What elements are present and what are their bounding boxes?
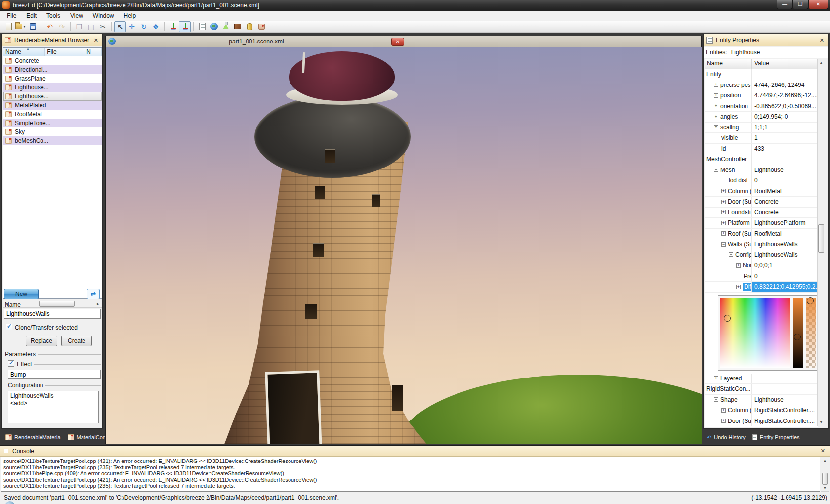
property-row[interactable]: Pre...0 [705,271,818,282]
save-button[interactable] [27,21,39,32]
property-row[interactable]: −Config 0LighthouseWalls [705,250,818,261]
expand-toggle[interactable]: + [721,408,726,413]
local-axes-button[interactable] [179,21,191,32]
rotate-tool-button[interactable]: ↻ [138,21,150,32]
world-axes-button[interactable] [167,21,179,32]
property-value-cell[interactable]: RoofMetal [752,186,818,197]
property-value-cell[interactable]: Lighthouse [752,165,818,175]
value-slider[interactable] [793,298,803,368]
column-file[interactable]: File [45,48,84,56]
close-icon[interactable]: ✕ [93,37,99,43]
expand-toggle[interactable]: + [714,104,718,108]
tab-undo-history[interactable]: ↶Undo History [707,434,746,441]
configuration-list[interactable]: LighthouseWalls<add> [8,391,99,423]
material-row[interactable]: RoofMetal [3,110,102,119]
select-tool-button[interactable]: ↖ [114,21,126,32]
value-marker[interactable] [794,334,801,340]
3d-viewport[interactable] [106,47,702,444]
effect-checkbox[interactable] [8,360,14,367]
property-row[interactable]: +orientation-0.865622;0;-0.50069... [705,101,818,112]
property-row[interactable]: +Column (...RigidStaticController.... [705,405,818,416]
create-button[interactable]: Create [61,336,92,346]
paste-button[interactable]: ▤ [85,21,97,32]
menu-window[interactable]: Window [88,11,119,21]
property-value-cell[interactable]: 0 [752,175,818,186]
menu-file[interactable]: File [2,11,21,21]
property-value-cell[interactable]: Lighthouse [752,395,818,405]
scroll-up-icon[interactable]: ▲ [818,59,825,66]
expand-toggle[interactable]: + [714,125,718,129]
expand-toggle[interactable]: + [721,221,726,225]
column-value[interactable]: Value [752,59,818,69]
property-row[interactable]: +Nor...0;0;0;1 [705,260,818,271]
material-brick-button[interactable] [232,21,244,32]
material-row[interactable]: MetalPlated [3,101,102,110]
property-row[interactable]: MeshController [705,154,818,165]
property-row[interactable]: −MeshLighthouse [705,165,818,176]
clone-transfer-button[interactable]: ⇄ [87,289,100,299]
tab-renderablemateria[interactable]: RenderableMateria [5,434,61,440]
undo-button[interactable]: ↶ [44,21,56,32]
material-row[interactable]: beMeshCo... [3,136,102,145]
property-row[interactable]: id433 [705,144,818,155]
property-value-cell[interactable]: 0 [752,271,818,282]
scrollbar-thumb[interactable] [822,473,828,485]
property-value-cell[interactable]: LighthouseWalls [752,239,818,250]
property-row[interactable]: −Walls (Su...LighthouseWalls [705,239,818,250]
property-value-cell[interactable]: Concrete [752,208,818,218]
material-row[interactable]: SimpleTone... [3,119,102,127]
material-row[interactable]: Directional... [3,65,102,74]
expand-toggle[interactable]: + [721,231,726,236]
material-row[interactable]: Lighthouse... [3,92,102,101]
property-value-cell[interactable]: RigidStaticController.... [752,405,818,416]
property-value-cell[interactable] [752,374,818,384]
scroll-down-icon[interactable]: ▼ [818,419,825,426]
effect-input[interactable] [8,370,101,379]
material-row[interactable]: Concrete [3,56,102,65]
expand-toggle[interactable]: + [721,210,726,214]
property-value-cell[interactable]: 4744;-2646;-12494 [752,80,818,90]
cut-button[interactable]: ✂ [97,21,109,32]
property-row[interactable]: +angles0;149.954;-0 [705,112,818,123]
property-value-cell[interactable] [752,154,818,165]
expand-toggle[interactable]: + [736,285,741,289]
restore-button[interactable]: ❐ [792,0,808,9]
property-value-cell[interactable]: 0.832212;0.412955;0.2... [752,282,818,292]
column-n[interactable]: N [84,48,102,56]
copy-button[interactable]: ❐ [73,21,85,32]
property-row[interactable]: +Foundati...Concrete [705,208,818,218]
material-row[interactable]: Lighthouse... [3,83,102,92]
property-value-cell[interactable]: 1 [752,133,818,143]
column-name[interactable]: Name ▲ [3,48,45,56]
property-row[interactable]: −ShapeLighthouse [705,395,818,406]
close-button[interactable]: ✕ [808,0,828,9]
property-value-cell[interactable]: LighthouseWalls [752,250,818,260]
expand-toggle[interactable]: + [714,93,718,98]
property-value-cell[interactable]: 4.74497;-2.64696;-12.... [752,90,818,101]
expand-toggle[interactable]: + [714,376,718,380]
property-row[interactable]: visible1 [705,133,818,144]
property-value-cell[interactable]: RoofMetal [752,229,818,239]
material-row[interactable]: Sky [3,127,102,136]
property-row[interactable]: +Platform (...LighthousePlatform [705,218,818,229]
expand-toggle[interactable]: + [714,83,718,87]
material-row[interactable]: GrassPlane [3,74,102,83]
replace-button[interactable]: Replace [26,336,57,346]
chevron-down-icon[interactable]: ▼ [23,25,26,28]
minimize-button[interactable]: — [777,0,792,9]
scroll-down-icon[interactable]: ▼ [821,485,829,491]
property-value-cell[interactable] [752,69,818,80]
property-value-cell[interactable]: 0;0;0;1 [752,260,818,271]
property-value-cell[interactable]: 1;1;1 [752,123,818,133]
scroll-up-icon[interactable]: ▲ [821,457,829,463]
menu-tools[interactable]: Tools [42,11,65,21]
menu-edit[interactable]: Edit [21,11,42,21]
move-tool-button[interactable]: ✛ [126,21,138,32]
properties-table[interactable]: Name Value Entity+precise pos4744;-2646;… [705,59,818,427]
property-row[interactable]: +position4.74497;-2.64696;-12.... [705,90,818,101]
material-name-input[interactable] [4,309,101,319]
config-item[interactable]: <add> [10,400,96,407]
open-file-button[interactable]: ▼ [15,21,27,32]
property-row[interactable]: +Column (...RoofMetal [705,186,818,197]
alpha-slider[interactable] [806,298,816,368]
